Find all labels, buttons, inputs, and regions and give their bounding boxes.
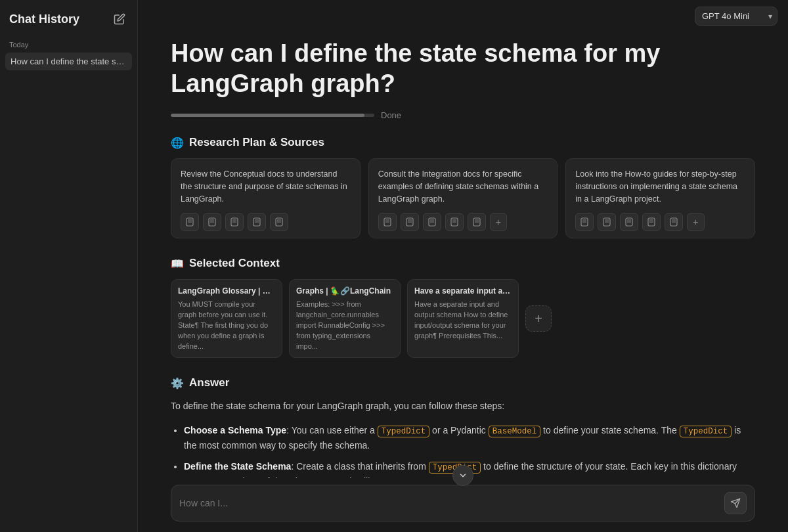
context-card-1-title: LangGraph Glossary | 🦜... (178, 286, 275, 296)
context-card-1-body: You MUST compile your graph before you c… (178, 299, 275, 352)
edit-icon (114, 13, 125, 25)
file-chip[interactable] (468, 213, 486, 231)
content-scroll[interactable]: How can I define the state schema for my… (138, 32, 788, 478)
chat-input[interactable] (179, 498, 719, 508)
answer-icon: ⚙️ (171, 377, 184, 389)
research-card-3-files: + (575, 213, 745, 231)
code-typeddict-1: TypedDict (378, 426, 430, 437)
progress-row: Done (171, 110, 755, 120)
file-chip[interactable] (203, 213, 221, 231)
send-icon (730, 498, 741, 508)
research-card-3-text: Look into the How-to guides for step-by-… (575, 168, 745, 205)
file-chip[interactable] (225, 213, 244, 231)
context-card-3-title: Have a separate input and... (414, 286, 512, 296)
file-chip[interactable] (620, 213, 638, 231)
scroll-down-button[interactable] (452, 465, 473, 486)
file-chip[interactable] (248, 213, 266, 231)
send-button[interactable] (724, 492, 747, 514)
selected-context-title: Selected Context (189, 257, 280, 270)
research-cards-row: Review the Conceptual docs to understand… (171, 158, 755, 238)
file-chip[interactable] (423, 213, 441, 231)
research-plan-title: Research Plan & Sources (189, 136, 324, 149)
book-icon: 📖 (171, 257, 184, 270)
file-chip[interactable] (575, 213, 594, 231)
answer-intro: To define the state schema for your Lang… (171, 399, 755, 413)
chevron-down-icon (458, 471, 468, 480)
research-card-2-files: + (378, 213, 548, 231)
topbar: GPT 4o Mini GPT 4o GPT 3.5 Turbo (138, 0, 788, 32)
context-card-3-body: Have a separate input and output schema … (414, 299, 512, 342)
selected-context-header: 📖 Selected Context (171, 257, 755, 270)
file-chip[interactable] (665, 213, 683, 231)
history-item[interactable]: How can I define the state sche... (5, 53, 132, 70)
globe-icon: 🌐 (171, 137, 184, 149)
progress-bar-fill (171, 114, 364, 117)
chat-input-wrap (171, 485, 755, 521)
context-card-1[interactable]: LangGraph Glossary | 🦜... You MUST compi… (171, 279, 282, 358)
input-area (138, 478, 788, 532)
context-card-2-body: Examples: >>> from langchain_core.runnab… (296, 299, 393, 352)
file-chip[interactable] (445, 213, 464, 231)
add-context-button[interactable]: + (525, 305, 552, 332)
file-chip[interactable] (270, 213, 288, 231)
research-card-2: Consult the Integration docs for specifi… (368, 158, 558, 238)
sidebar-header: Chat History (5, 8, 132, 38)
research-plan-header: 🌐 Research Plan & Sources (171, 136, 755, 149)
selected-context-section: 📖 Selected Context LangGraph Glossary | … (171, 257, 755, 358)
answer-title: Answer (189, 376, 229, 389)
file-chip-plus[interactable]: + (490, 213, 507, 231)
model-selector[interactable]: GPT 4o Mini GPT 4o GPT 3.5 Turbo (695, 7, 777, 26)
step-1-title: Choose a Schema Type (184, 425, 286, 435)
context-cards-row: LangGraph Glossary | 🦜... You MUST compi… (171, 279, 755, 358)
progress-bar (171, 114, 374, 117)
context-card-3[interactable]: Have a separate input and... Have a sepa… (407, 279, 519, 358)
file-chip[interactable] (642, 213, 661, 231)
progress-status: Done (381, 110, 401, 120)
research-card-3: Look into the How-to guides for step-by-… (565, 158, 755, 238)
code-basemodel: BaseModel (489, 426, 541, 437)
sidebar: Chat History Today How can I define the … (0, 0, 138, 532)
research-card-1-files (181, 213, 351, 231)
file-chip[interactable] (401, 213, 419, 231)
step-2-title: Define the State Schema (184, 461, 291, 472)
model-selector-wrap[interactable]: GPT 4o Mini GPT 4o GPT 3.5 Turbo (695, 7, 777, 26)
research-card-1-text: Review the Conceptual docs to understand… (181, 168, 351, 205)
research-card-2-text: Consult the Integration docs for specifi… (378, 168, 548, 205)
today-label: Today (5, 38, 132, 53)
page-title: How can I define the state schema for my… (171, 32, 755, 99)
answer-step-1: Choose a Schema Type: You can use either… (184, 423, 755, 453)
context-card-2-title: Graphs | 🦜🔗LangChain (296, 286, 393, 296)
file-chip[interactable] (181, 213, 199, 231)
research-plan-section: 🌐 Research Plan & Sources Review the Con… (171, 136, 755, 238)
main-content: GPT 4o Mini GPT 4o GPT 3.5 Turbo How can… (138, 0, 788, 532)
research-card-1: Review the Conceptual docs to understand… (171, 158, 361, 238)
sidebar-title: Chat History (9, 12, 79, 26)
context-card-2[interactable]: Graphs | 🦜🔗LangChain Examples: >>> from … (289, 279, 401, 358)
edit-icon-button[interactable] (111, 11, 128, 28)
code-typeddict-2: TypedDict (680, 426, 732, 437)
file-chip-plus[interactable]: + (687, 213, 704, 231)
file-chip[interactable] (378, 213, 397, 231)
file-chip[interactable] (598, 213, 616, 231)
answer-section: ⚙️ Answer To define the state schema for… (171, 376, 755, 478)
answer-header: ⚙️ Answer (171, 376, 755, 389)
